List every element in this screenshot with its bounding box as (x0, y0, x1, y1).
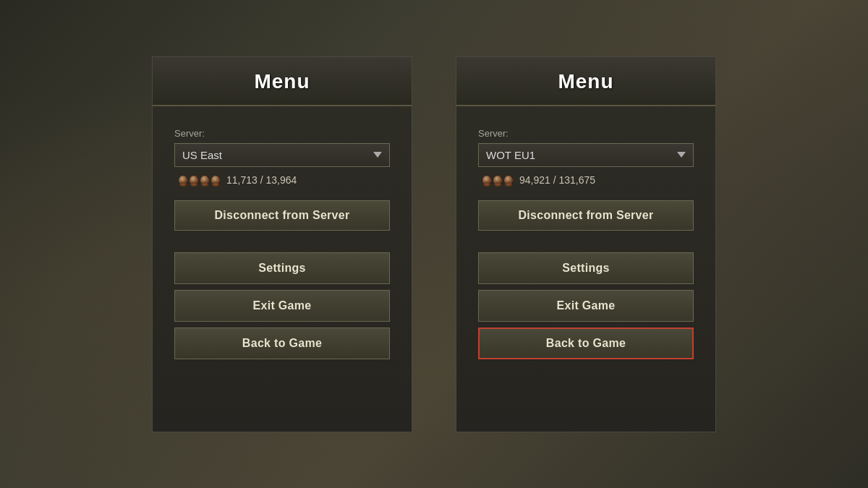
buttons-section-left: Disconnect from Server Settings Exit Gam… (153, 200, 412, 365)
dropdown-arrow-right (677, 152, 686, 158)
player-icon-r1 (482, 175, 492, 185)
server-section-right: Server: WOT EU1 94,921 / 131,675 (456, 128, 715, 186)
settings-button-left[interactable]: Settings (174, 252, 390, 284)
exit-button-right[interactable]: Exit Game (478, 290, 694, 322)
menu-header-right: Menu (456, 57, 715, 106)
server-dropdown-right[interactable]: WOT EU1 (478, 143, 694, 167)
player-icon-r2 (493, 175, 503, 185)
menu-header-left: Menu (153, 57, 412, 106)
player-icon-1 (178, 175, 188, 185)
back-button-right[interactable]: Back to Game (478, 328, 694, 359)
player-count-text-left: 11,713 / 13,964 (226, 174, 297, 186)
player-count-right: 94,921 / 131,675 (478, 174, 694, 186)
server-label-left: Server: (174, 128, 390, 139)
server-value-left: US East (182, 149, 222, 161)
server-section-left: Server: US East 11,713 / 13,964 (153, 128, 412, 186)
player-icon-2 (189, 175, 199, 185)
exit-button-left[interactable]: Exit Game (174, 290, 390, 322)
player-icon-4 (210, 175, 221, 185)
player-count-left: 11,713 / 13,964 (174, 174, 390, 186)
server-value-right: WOT EU1 (486, 149, 535, 161)
player-count-text-right: 94,921 / 131,675 (519, 174, 595, 186)
disconnect-button-left[interactable]: Disconnect from Server (174, 200, 390, 231)
buttons-section-right: Disconnect from Server Settings Exit Gam… (456, 200, 715, 365)
menu-panel-left: Menu Server: US East 11,713 / 13,964 Dis… (152, 56, 412, 432)
menu-panel-right: Menu Server: WOT EU1 94,921 / 131,675 Di… (456, 56, 716, 432)
server-label-right: Server: (478, 128, 694, 139)
back-button-left[interactable]: Back to Game (174, 328, 390, 359)
player-icons-left (178, 175, 221, 185)
player-icon-3 (200, 175, 210, 185)
menu-title-left: Menu (254, 70, 310, 93)
settings-button-right[interactable]: Settings (478, 252, 694, 284)
menu-title-right: Menu (558, 70, 613, 93)
player-icons-right (482, 175, 514, 185)
disconnect-button-right[interactable]: Disconnect from Server (478, 200, 694, 231)
dropdown-arrow-left (373, 152, 382, 158)
server-dropdown-left[interactable]: US East (174, 143, 390, 167)
player-icon-r3 (503, 175, 514, 185)
